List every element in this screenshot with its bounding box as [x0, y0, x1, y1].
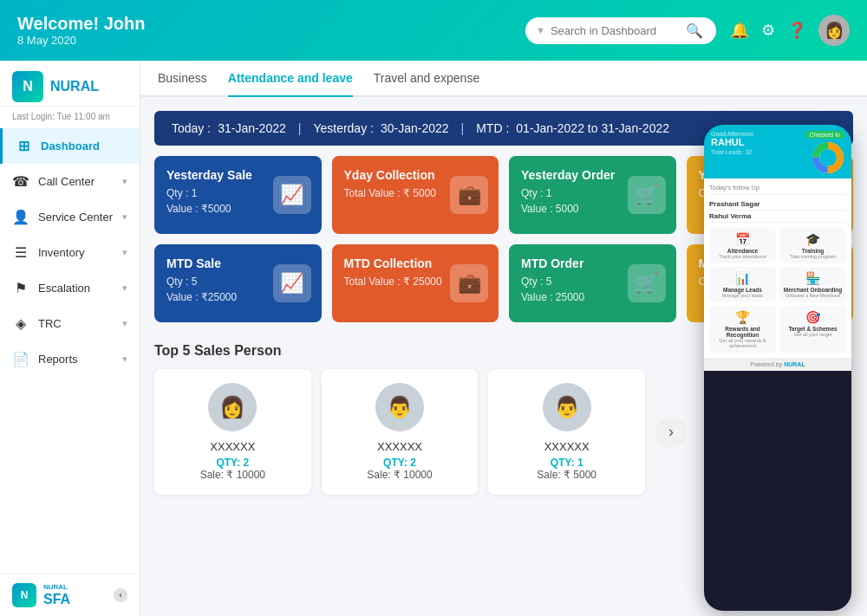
sidebar-item-label: Reports — [38, 353, 114, 366]
inventory-icon: ☰ — [12, 244, 29, 261]
target-tile-sub: Get all your target — [783, 332, 843, 337]
phone-tiles-grid: 📅 Attendance Track your attendance 🎓 Tra… — [709, 228, 846, 353]
search-dropdown-icon[interactable]: ▼ — [536, 25, 545, 36]
sales-person-2[interactable]: 👨 XXXXXX QTY: 2 Sale: ₹ 10000 — [322, 369, 479, 495]
sidebar-bottom: N NURAL SFA ‹ — [0, 574, 140, 616]
sidebar-item-reports[interactable]: 📄 Reports ▾ — [0, 341, 140, 377]
logo-nural: NURAL — [50, 79, 99, 94]
service-center-icon: 👤 — [12, 209, 29, 225]
header-title-area: Welcome! John 8 May 2020 — [17, 14, 512, 47]
sidebar-item-label: Call Center — [38, 175, 114, 188]
sales-qty-2: QTY: 2 — [336, 457, 465, 469]
target-tile-icon: 🎯 — [783, 310, 843, 324]
search-input[interactable] — [551, 24, 681, 37]
yesterday-label: Yesterday : — [313, 121, 374, 135]
sales-name-2: XXXXXX — [336, 440, 465, 453]
sales-sale-1: Sale: ₹ 10000 — [168, 469, 297, 481]
phone-header: Good Afternoon RAHUL Total Leads: 32 Che… — [704, 125, 851, 178]
phone-header-right: Checked In — [805, 131, 844, 174]
sidebar-bottom-logo-icon: N — [12, 583, 36, 607]
sales-avatar-2: 👨 — [375, 383, 424, 431]
card-mtd-collection[interactable]: MTD Collection Total Value : ₹ 25000 💼 — [332, 244, 499, 322]
card-icon: 📈 — [273, 264, 311, 302]
training-tile-sub: Take training program — [783, 254, 843, 259]
date-separator-2: | — [461, 121, 465, 135]
card-icon: 💼 — [450, 176, 488, 214]
sales-name-1: XXXXXX — [168, 440, 297, 453]
phone-person-2: Rahul Verma — [709, 211, 846, 223]
tab-attendance[interactable]: Attendance and leave — [228, 61, 353, 97]
phone-tile-target: 🎯 Target & Schemes Get all your target — [779, 306, 846, 353]
sidebar-nav: ⊞ Dashboard ☎ Call Center ▾ 👤 Service Ce… — [0, 128, 140, 574]
mtd-label: MTD : — [476, 121, 509, 135]
sales-sale-2: Sale: ₹ 10000 — [336, 469, 465, 481]
sidebar-item-label: Escalation — [38, 282, 114, 295]
sidebar-item-trc[interactable]: ◈ TRC ▾ — [0, 306, 140, 341]
phone-body: Today's follow Up Prashant Sagar Rahul V… — [704, 178, 851, 358]
tab-business[interactable]: Business — [158, 61, 207, 97]
logo-text: NURAL — [50, 79, 99, 94]
phone-followup-label: Today's follow Up — [709, 184, 846, 195]
training-tile-icon: 🎓 — [783, 232, 843, 246]
sidebar-item-service-center[interactable]: 👤 Service Center ▾ — [0, 199, 140, 235]
tab-travel[interactable]: Travel and expense — [374, 61, 479, 97]
sidebar-item-label: Inventory — [38, 246, 114, 259]
rewards-tile-icon: 🏆 — [713, 310, 772, 324]
help-icon[interactable]: ❓ — [787, 21, 806, 40]
search-bar[interactable]: ▼ 🔍 — [525, 17, 716, 44]
sidebar-item-escalation[interactable]: ⚑ Escalation ▾ — [0, 270, 140, 306]
sfa-label: SFA — [43, 592, 70, 607]
next-arrow-button[interactable]: › — [655, 417, 687, 448]
sidebar-item-label: Dashboard — [41, 139, 127, 152]
avatar[interactable]: 👩 — [818, 15, 850, 46]
card-yesterday-order[interactable]: Yesterday Order Qty : 1 Value : 5000 🛒 — [509, 156, 676, 234]
attendance-tile-sub: Track your attendance — [713, 254, 772, 259]
sales-person-3[interactable]: 👨 XXXXXX QTY: 1 Sale: ₹ 5000 — [488, 369, 645, 495]
sales-qty-3: QTY: 1 — [502, 457, 631, 469]
merchant-tile-sub: Onboard a New Merchant — [783, 293, 843, 298]
chevron-down-icon: ▾ — [122, 353, 127, 365]
nural-label: NURAL — [43, 584, 70, 592]
card-mtd-sale[interactable]: MTD Sale Qty : 5 Value : ₹25000 📈 — [154, 244, 322, 322]
card-yday-collection[interactable]: Yday Collection Total Value : ₹ 5000 💼 — [332, 156, 499, 234]
merchant-tile-icon: 🏪 — [783, 271, 843, 285]
sidebar-item-dashboard[interactable]: ⊞ Dashboard — [0, 128, 140, 164]
attendance-tile-icon: 📅 — [713, 232, 772, 246]
card-icon: 🛒 — [628, 264, 666, 302]
sidebar-item-inventory[interactable]: ☰ Inventory ▾ — [0, 235, 140, 270]
rewards-tile-sub: Get all your rewards & achievement — [713, 338, 772, 348]
sidebar-item-call-center[interactable]: ☎ Call Center ▾ — [0, 164, 140, 199]
sidebar-collapse-button[interactable]: ‹ — [114, 588, 127, 602]
sidebar-item-label: TRC — [38, 317, 114, 330]
phone-tile-manage-leads: 📊 Manage Leads Manage your leads — [709, 267, 776, 302]
attendance-tile-label: Attendance — [713, 248, 772, 254]
search-icon[interactable]: 🔍 — [686, 23, 703, 39]
sidebar-item-label: Service Center — [38, 211, 114, 224]
rewards-tile-label: Rewards and Recognition — [713, 326, 772, 338]
card-yesterday-sale[interactable]: Yesterday Sale Qty : 1 Value : ₹5000 📈 — [154, 156, 322, 234]
phone-tile-attendance: 📅 Attendance Track your attendance — [709, 228, 776, 263]
phone-header-left: Good Afternoon RAHUL Total Leads: 32 — [711, 131, 753, 155]
last-login: Last Login: Tue 11:00 am — [0, 107, 140, 128]
card-mtd-order[interactable]: MTD Order Qty : 5 Value : 25000 🛒 — [509, 244, 676, 322]
card-icon: 📈 — [273, 176, 311, 214]
phone-name: RAHUL — [711, 137, 753, 147]
sales-sale-3: Sale: ₹ 5000 — [502, 469, 631, 481]
trc-icon: ◈ — [12, 315, 29, 332]
dashboard-icon: ⊞ — [15, 138, 32, 154]
notification-icon[interactable]: 🔔 — [730, 21, 749, 40]
sales-person-1[interactable]: 👩 XXXXXX QTY: 2 Sale: ₹ 10000 — [154, 369, 311, 495]
target-tile-label: Target & Schemes — [783, 326, 843, 332]
phone-status: Checked In — [805, 131, 844, 139]
settings-icon[interactable]: ⚙ — [761, 21, 775, 40]
phone-chart — [812, 141, 844, 174]
phone-tile-rewards: 🏆 Rewards and Recognition Get all your r… — [709, 306, 776, 353]
sales-avatar-3: 👨 — [543, 383, 591, 431]
today-value: 31-Jan-2022 — [218, 121, 286, 135]
chevron-down-icon: ▾ — [122, 282, 127, 294]
header-date: 8 May 2020 — [17, 34, 512, 47]
tabs-bar: Business Attendance and leave Travel and… — [140, 61, 867, 97]
manage-leads-tile-label: Manage Leads — [713, 287, 772, 293]
chevron-down-icon: ▾ — [122, 176, 127, 187]
merchant-tile-label: Merchant Onboarding — [783, 287, 843, 293]
